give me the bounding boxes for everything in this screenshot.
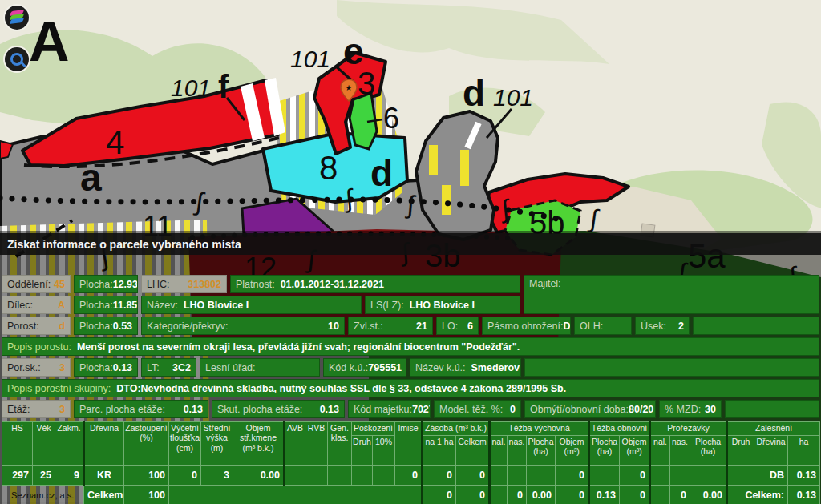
total-merged-empty xyxy=(169,486,423,504)
field-kategorie: Kategorie/překryv:10 xyxy=(141,317,345,335)
field-popis-porostu: Popis porostu:Menší porost na severním o… xyxy=(2,337,819,356)
field-label: Oddělení: xyxy=(7,279,51,290)
field-label: Název: xyxy=(147,300,178,311)
total-to-plocha: 0.13 xyxy=(589,486,620,504)
group-zalesneni: Zalesnění xyxy=(727,422,820,436)
field-zvlst: Zvl.st.:21 xyxy=(348,317,433,335)
ref-101e-number: 101 xyxy=(290,46,330,72)
sub-objem-m3: Objem (m³) xyxy=(620,436,650,466)
sub-10pct: 10% xyxy=(373,436,395,466)
info-row-popis-skupiny: Popis porostní skupiny:DTO:Nevhodná dřev… xyxy=(0,379,821,397)
field-value: 0.13 xyxy=(184,404,203,415)
field-value: 0.13 xyxy=(113,362,132,373)
sub-nal: nal. xyxy=(490,436,508,466)
stand-data-row: 297 25 9 KR 100 0 3 0.00 0 0 0 0 0 DB 0.… xyxy=(2,466,820,486)
field-value: LHO Blovice I xyxy=(410,300,475,311)
sub-plocha-ha: Plocha (ha) xyxy=(690,436,727,466)
field-kod-ku: Kód k.ú.:795551 xyxy=(323,358,406,377)
field-label: Majitel: xyxy=(529,278,561,289)
cell-stredni: 3 xyxy=(201,466,233,486)
field-label: Por.sk.: xyxy=(7,362,41,373)
cell-to-objem: 0 xyxy=(620,466,650,486)
info-row-dilec: Dílec:A Plocha:11.85 Název:LHO Blovice I… xyxy=(0,296,821,314)
stand-3-label: 3 xyxy=(358,66,375,101)
cell-tv-nas xyxy=(508,466,527,486)
total-zal-label: Celkem: xyxy=(727,486,788,504)
col-stredni: Střední výška (m) xyxy=(201,422,233,466)
ref-101d-number: 101 xyxy=(493,84,533,111)
col-objem-kmene: Objem stř.kmene (m³ b.k.) xyxy=(233,422,285,466)
cell-zal-drevina: DB xyxy=(754,466,788,486)
cell-pr-nas xyxy=(670,466,690,486)
field-nazev: Název:LHO Blovice I xyxy=(141,296,362,314)
sub-drevina: Dřevina xyxy=(754,436,788,466)
field-label: Popis porostní skupiny: xyxy=(7,383,111,394)
field-value: Menší porost na severním okraji lesa, př… xyxy=(77,341,520,353)
field-value: 45 xyxy=(54,279,65,290)
col-zastoupeni: Zastoupení (%) xyxy=(124,422,169,466)
total-zas-na1ha: 0 xyxy=(423,486,456,504)
total-to-objem: 0 xyxy=(620,486,650,504)
field-label: LO: xyxy=(442,321,458,332)
field-label: LS(LZ): xyxy=(370,300,404,311)
search-icon xyxy=(10,53,23,66)
field-platnost: Platnost:01.01.2012-31.12.2021 xyxy=(230,275,520,293)
field-value: DTO:Nevhodná dřevinná skladba, nutný sou… xyxy=(116,383,566,394)
field-label: OLH: xyxy=(580,321,603,332)
field-plocha-dilec: Plocha:11.85 xyxy=(74,296,138,314)
cell-tv-plocha xyxy=(527,466,556,486)
field-label: Porost: xyxy=(7,321,39,332)
cell-zastoupeni: 100 xyxy=(124,466,169,486)
map-tooltip-text: Získat informace o parcele vybraného mís… xyxy=(7,238,241,251)
field-value: 21 xyxy=(416,321,427,332)
field-value: A xyxy=(58,300,65,311)
cell-gen-klas xyxy=(328,466,352,486)
col-hs: HS xyxy=(2,422,33,466)
group-poskozeni: Poškození xyxy=(352,422,395,436)
cell-zas-na1ha: 0 xyxy=(423,466,456,486)
field-lesni-urad: Lesní úřad: xyxy=(200,358,320,377)
ghost-cell xyxy=(2,486,33,504)
field-value: 3 xyxy=(59,362,65,373)
total-zas-celkem: 0 xyxy=(456,486,490,504)
total-label: Celkem: xyxy=(84,486,124,504)
field-label: Pásmo ohrožení: xyxy=(487,321,564,332)
sub-nal: nal. xyxy=(650,436,670,466)
group-tezba-vychovna: Těžba výchovná xyxy=(490,422,589,436)
field-popis-skupiny: Popis porostní skupiny:DTO:Nevhodná dřev… xyxy=(2,379,819,397)
cell-hs: 297 xyxy=(2,466,33,486)
cell-zakm: 9 xyxy=(55,466,84,486)
field-lt: LT:3C2 xyxy=(141,358,196,377)
layers-button[interactable] xyxy=(5,6,29,30)
stand-total-row: Celkem: 100 0 0 0 0.00 0 0.13 0 0 0.00 C… xyxy=(2,486,820,504)
field-lhc: LHC:313802 xyxy=(141,275,227,293)
field-value: LHO Blovice I xyxy=(184,300,249,311)
search-button[interactable] xyxy=(5,47,29,71)
info-row-porost: Porost:d Plocha:0.53 Kategorie/překryv:1… xyxy=(0,317,821,335)
field-empty xyxy=(693,317,819,335)
field-plocha-porsk: Plocha:0.13 xyxy=(74,358,138,377)
total-pr-nas: 0 xyxy=(670,486,690,504)
sub-plocha-ha: Plocha (ha) xyxy=(589,436,620,466)
field-value: 3 xyxy=(59,404,65,415)
field-label: Etáž: xyxy=(7,404,30,415)
field-label: Skut. plocha etáže: xyxy=(217,404,302,415)
field-mzd: % MZD:30 xyxy=(659,400,722,418)
col-zakm: Zakm. xyxy=(55,422,84,466)
field-kod-majetku: Kód majetku:70270 xyxy=(348,400,431,418)
field-label: Plocha: xyxy=(79,321,113,332)
cell-imise: 0 xyxy=(395,466,423,486)
map-tooltip-bar: Získat informace o parcele vybraného mís… xyxy=(0,233,821,255)
sub-nas: nas. xyxy=(508,436,527,466)
field-label: Plocha: xyxy=(79,300,113,311)
field-label: Model. těž. %: xyxy=(439,404,503,415)
cell-zal-druh xyxy=(727,466,754,486)
cell-vek: 25 xyxy=(33,466,55,486)
sub-druh: Druh xyxy=(352,436,373,466)
stand-a-label: a xyxy=(80,156,102,199)
stand-4-label: 4 xyxy=(106,123,124,161)
col-rvb: RVB xyxy=(305,422,328,466)
group-prorezavky: Prořezávky xyxy=(650,422,727,436)
field-label: Dílec: xyxy=(7,300,33,311)
field-oddeleni: Oddělení:45 xyxy=(2,275,71,293)
